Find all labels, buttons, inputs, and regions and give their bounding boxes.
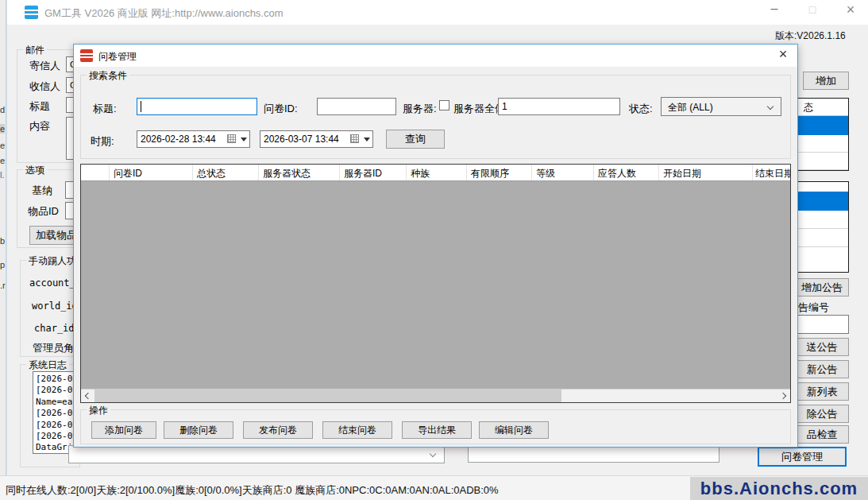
dialog-title: 问卷管理 [98,50,137,64]
text-caret [141,101,141,112]
strip-fragment: e: [0,141,6,150]
column-header[interactable]: 总状态 [193,165,259,180]
add-questionnaire-button[interactable]: 添加问卷 [91,421,156,439]
notice-number-input[interactable] [797,315,849,334]
chevron-down-icon [767,103,773,110]
mail-recipient-label: 收信人 [29,79,60,94]
export-results-button[interactable]: 导出结果 [402,421,472,439]
grid-row[interactable] [797,135,848,153]
date-from-picker[interactable]: 2026-02-28 13:44 [137,130,250,148]
add-button[interactable]: 增加 [803,72,849,90]
actions-group: 操作 添加问卷 删除问卷 发布问卷 结束问卷 导出结果 编辑问卷 [80,409,791,444]
dialog-close-button[interactable]: × [773,46,793,64]
item-id-label: 物品ID [28,204,59,219]
questionnaire-dialog: 问卷管理 × 搜索条件 标题: 问卷ID: 服务器: 服务器全体 1 状态: 全… [73,44,798,448]
logo-text: bbs.Aionchs.com [700,479,858,499]
column-header[interactable]: 有限顺序 [467,165,532,180]
chevron-down-icon [430,451,436,457]
notice-text-input[interactable] [468,445,719,463]
column-header[interactable]: 服务器ID [340,165,407,180]
delete-notice-button[interactable]: 除公告 [795,405,849,423]
notice-grid[interactable] [797,181,849,273]
actions-group-title: 操作 [87,404,110,417]
minimize-button[interactable]: – [763,2,785,21]
horizontal-scrollbar[interactable] [81,389,790,402]
title-input[interactable] [137,98,257,115]
delete-questionnaire-button[interactable]: 删除问卷 [164,421,233,439]
dropdown-arrow-icon [241,138,247,141]
strip-fragment: l. [0,170,5,180]
refresh-list-button[interactable]: 新列表 [795,382,849,401]
qid-field-label: 问卷ID: [264,102,298,116]
grid-row-selected[interactable] [797,116,848,135]
scrollbar-thumb[interactable] [95,390,561,402]
questionnaire-manage-button[interactable]: 问卷管理 [758,447,847,467]
window-title: GM工具 V2026 商业版 网址:http://www.aionchs.com [44,6,284,21]
date-from-value: 2026-02-28 13:44 [141,134,216,145]
server-field-label: 服务器: [403,102,437,116]
strip-fragment: d. [0,105,6,114]
item-check-button[interactable]: 品检查 [795,425,849,444]
end-questionnaire-button[interactable]: 结束问卷 [322,421,392,439]
column-header[interactable]: 结束日期 [753,165,790,180]
scroll-right-icon[interactable] [780,393,786,399]
kick-group-title: 手动踢人功能 [26,254,75,268]
options-group-title: 选项 [23,164,47,177]
logo-panel: bbs.Aionchs.com [690,477,868,500]
app-icon [25,6,38,19]
mail-subject-label: 标题 [29,99,50,114]
table-header-row: 问卷ID 总状态 服务器状态 服务器ID 种族 有限顺序 等级 应答人数 开始日… [81,165,790,181]
behind-window-strip: d. e e: e: l. b p .r [0,0,6,475]
column-header[interactable]: 开始日期 [659,165,753,180]
grid-row-selected[interactable] [797,192,848,211]
qid-input[interactable] [317,98,396,115]
publish-questionnaire-button[interactable]: 发布问卷 [243,421,313,439]
strip-fragment: p [0,260,5,269]
title-field-label: 标题: [93,102,117,116]
column-header[interactable]: 等级 [532,165,594,180]
add-notice-button[interactable]: 增加公告 [795,278,849,297]
table-body-empty [81,181,790,389]
server-input[interactable]: 1 [498,98,620,115]
maximize-button[interactable]: □ [801,3,824,22]
mail-group-title: 邮件 [23,44,47,57]
date-field-label: 时期: [91,134,114,149]
mail-content-label: 内容 [29,119,50,134]
edit-questionnaire-button[interactable]: 编辑问卷 [479,421,549,439]
dialog-icon [80,49,93,62]
results-table: 问卷ID 总状态 服务器状态 服务器ID 种族 有限顺序 等级 应答人数 开始日… [80,164,791,403]
title-bar: GM工具 V2026 商业版 网址:http://www.aionchs.com… [7,0,868,25]
date-to-picker[interactable]: 2026-03-07 13:44 [260,130,373,148]
status-field-label: 状态: [629,102,653,116]
refresh-notice-button[interactable]: 新公告 [795,360,849,378]
strip-fragment: b [0,236,5,246]
column-header[interactable]: 种族 [407,165,467,180]
server-all-checkbox[interactable] [439,100,449,110]
column-header[interactable]: 问卷ID [110,165,193,180]
kick-group: 手动踢人功能 account_id: world_id: char_id: 管理… [20,260,80,357]
status-grid[interactable]: 态 [797,98,849,171]
status-dropdown[interactable]: 全部 (ALL) [661,97,781,116]
date-to-value: 2026-03-07 13:44 [264,134,339,145]
close-button[interactable]: × [839,2,862,21]
column-header[interactable] [81,165,110,180]
scroll-left-icon[interactable] [85,393,91,399]
grid-header-cell: 态 [797,99,848,116]
column-header[interactable]: 服务器状态 [259,165,340,180]
calendar-icon [227,134,236,143]
grid-row[interactable] [797,211,848,229]
query-button[interactable]: 查询 [386,130,445,149]
strip-fragment: e: [0,156,6,165]
log-group-title: 系统日志 [26,359,69,372]
mail-group: 邮件 寄信人 收信人 标题 内容 G G [17,49,80,163]
grid-row[interactable] [797,153,848,170]
notice-number-label: 告编号 [798,300,829,315]
status-text: 同时在线人数:2[0/0]天族:2[0/100.0%]魔族:0[0/0.0%]天… [6,483,499,498]
search-group-title: 搜索条件 [87,69,129,83]
column-header[interactable]: 应答人数 [594,165,659,180]
send-notice-button[interactable]: 送公告 [795,338,849,356]
grid-row[interactable] [797,229,848,247]
status-dropdown-value: 全部 (ALL) [668,101,713,114]
mail-sender-label: 寄信人 [29,59,60,73]
bottom-combobox[interactable] [68,445,445,463]
